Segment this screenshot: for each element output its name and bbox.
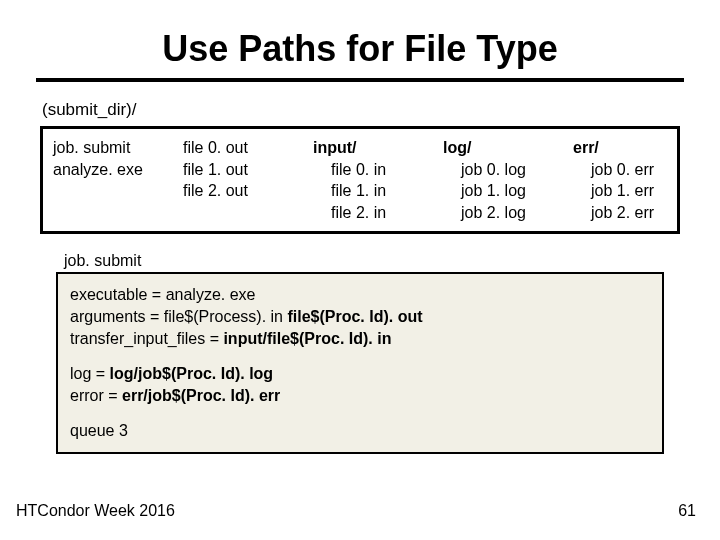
folder-header-err: err/ (573, 137, 667, 159)
code-line: arguments = file$(Process). in file$(Pro… (70, 306, 650, 328)
code-line: error = err/job$(Proc. Id). err (70, 385, 650, 407)
list-item: job 0. err (573, 159, 667, 181)
footer-page-number: 61 (678, 502, 696, 520)
list-item: file 1. out (183, 159, 313, 181)
code-block-1: executable = analyze. exe arguments = fi… (70, 284, 650, 349)
code-block-3: queue 3 (70, 420, 650, 442)
submit-file-label: job. submit (64, 252, 684, 270)
list-item: file 0. out (183, 137, 313, 159)
code-text: log = (70, 365, 110, 382)
list-item: job 2. log (443, 202, 573, 224)
code-text: transfer_input_files = (70, 330, 223, 347)
code-bold: log/job$(Proc. Id). log (110, 365, 274, 382)
list-item: job 1. log (443, 180, 573, 202)
code-line: log = log/job$(Proc. Id). log (70, 363, 650, 385)
footer-event: HTCondor Week 2016 (16, 502, 175, 520)
column-root-files: job. submit analyze. exe (53, 137, 183, 223)
column-err: err/ job 0. err job 1. err job 2. err (573, 137, 667, 223)
submit-file-box: executable = analyze. exe arguments = fi… (56, 272, 664, 454)
code-bold: err/job$(Proc. Id). err (122, 387, 280, 404)
folder-header-log: log/ (443, 137, 573, 159)
directory-listing-box: job. submit analyze. exe file 0. out fil… (40, 126, 680, 234)
list-item: file 1. in (313, 180, 443, 202)
code-block-2: log = log/job$(Proc. Id). log error = er… (70, 363, 650, 406)
column-out-files: file 0. out file 1. out file 2. out (183, 137, 313, 223)
submit-dir-label: (submit_dir)/ (42, 100, 684, 120)
list-item: analyze. exe (53, 159, 183, 181)
list-item: job 0. log (443, 159, 573, 181)
list-item: job 1. err (573, 180, 667, 202)
code-bold: input/file$(Proc. Id). in (223, 330, 391, 347)
code-bold: file$(Proc. Id). out (287, 308, 422, 325)
list-item: file 0. in (313, 159, 443, 181)
column-input: input/ file 0. in file 1. in file 2. in (313, 137, 443, 223)
slide: Use Paths for File Type (submit_dir)/ jo… (0, 0, 720, 540)
list-item: job 2. err (573, 202, 667, 224)
slide-title: Use Paths for File Type (36, 28, 684, 82)
list-item: file 2. in (313, 202, 443, 224)
column-log: log/ job 0. log job 1. log job 2. log (443, 137, 573, 223)
code-line: transfer_input_files = input/file$(Proc.… (70, 328, 650, 350)
list-item: file 2. out (183, 180, 313, 202)
folder-header-input: input/ (313, 137, 443, 159)
code-text: arguments = file$(Process). in (70, 308, 287, 325)
code-line: queue 3 (70, 420, 650, 442)
list-item: job. submit (53, 137, 183, 159)
code-line: executable = analyze. exe (70, 284, 650, 306)
code-text: error = (70, 387, 122, 404)
